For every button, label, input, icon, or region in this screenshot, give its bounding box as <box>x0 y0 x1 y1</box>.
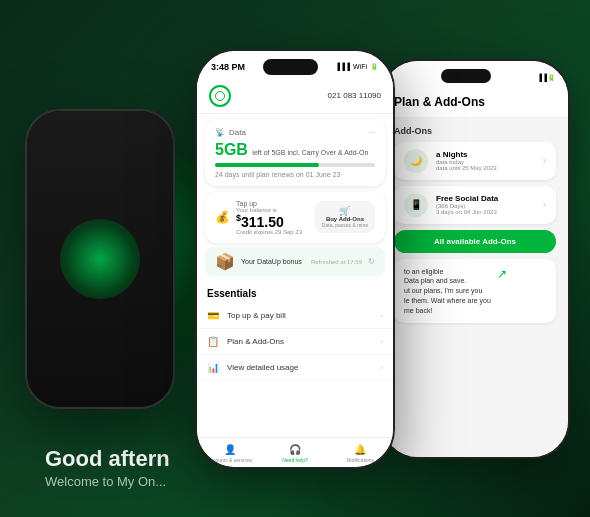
left-phone <box>25 109 175 409</box>
buy-addons-label: Buy Add-Ons <box>322 216 368 222</box>
dataup-icon: 📦 <box>215 252 235 271</box>
data-label: 📡 Data <box>215 128 246 137</box>
status-bar: 3:48 PM ▐▐▐ WiFi 🔋 <box>197 51 393 79</box>
refresh-text: Refreshed at 17:59 <box>311 259 362 265</box>
side-button <box>173 191 175 221</box>
menu-usage-label: View detailed usage <box>227 363 372 372</box>
nav-notifications[interactable]: 🔔 Notifications <box>328 444 393 463</box>
left-phone-screen <box>27 111 173 407</box>
refresh-icon: ↻ <box>368 257 375 266</box>
menu-item-plan[interactable]: 📋 Plan & Add-Ons › <box>197 329 393 355</box>
buy-addons-button[interactable]: 🛒 Buy Add-Ons Data, passes & mine <box>315 201 375 233</box>
balance-icon: 💰 <box>215 210 230 224</box>
menu-plan-label: Plan & Add-Ons <box>227 337 372 346</box>
social-arrow-icon: › <box>543 199 546 210</box>
wifi-icon: WiFi <box>353 63 367 70</box>
right-dynamic-island <box>441 69 491 83</box>
balance-amount: $311.50 <box>236 213 302 230</box>
right-status-bar: ▐▐🔋 <box>382 61 568 91</box>
status-icons: ▐▐▐ WiFi 🔋 <box>335 63 379 71</box>
data-progress-bar-fill <box>215 163 319 167</box>
notifications-label: Notifications <box>347 457 374 463</box>
social-name: Free Social Data <box>436 194 543 203</box>
nights-arrow-icon: › <box>543 155 546 166</box>
addon-card-nights[interactable]: 🌙 a Nights data today data until 25 May … <box>394 142 556 180</box>
nights-icon: 🌙 <box>404 149 428 173</box>
addons-section: Add-Ons 🌙 a Nights data today data until… <box>382 118 568 332</box>
balance-expiry: Credit expires 29 Sep 23 <box>236 229 302 235</box>
plan-icon: 📋 <box>207 336 219 347</box>
data-days: 24 days until plan renews on 01 June 23 <box>215 171 375 178</box>
social-info: Free Social Data (366 Days) 3 days on 04… <box>436 194 543 215</box>
data-description: left of 5GB incl. Carry Over & Add-On <box>252 149 368 156</box>
data-card-header: 📡 Data ··· <box>215 128 375 137</box>
dataup-banner[interactable]: 📦 Your DataUp bonus Refreshed at 17:59 ↻ <box>205 247 385 276</box>
nights-name: a Nights <box>436 150 543 159</box>
dataup-text: Your DataUp bonus <box>241 258 302 265</box>
help-icon: 🎧 <box>289 444 301 455</box>
usage-icon: 📊 <box>207 362 219 373</box>
right-status-icons: ▐▐🔋 <box>537 74 556 82</box>
buy-addons-sub: Data, passes & mine <box>322 222 368 228</box>
nights-detail2: data until 25 May 2023 <box>436 165 543 171</box>
nav-help[interactable]: 🎧 Need help? <box>262 444 327 463</box>
menu-item-usage[interactable]: 📊 View detailed usage › <box>197 355 393 381</box>
phone-number: 021 083 11090 <box>328 91 381 100</box>
help-label: Need help? <box>282 457 308 463</box>
topup-icon: 💳 <box>207 310 219 321</box>
bottom-nav: 👤 Accounts & services 🎧 Need help? 🔔 Not… <box>197 437 393 467</box>
greeting-text: Good aftern <box>45 446 170 472</box>
data-amount-row: 5GB left of 5GB incl. Carry Over & Add-O… <box>215 141 375 159</box>
vodafone-logo <box>215 91 225 101</box>
right-phone-screen: ▐▐🔋 Plan & Add-Ons Add-Ons 🌙 a Nights da… <box>382 61 568 457</box>
balance-left: 💰 Tap up Your balance is $311.50 Credit … <box>215 200 302 236</box>
nights-info: a Nights data today data until 25 May 20… <box>436 150 543 171</box>
data-progress-bar-bg <box>215 163 375 167</box>
right-phone: ▐▐🔋 Plan & Add-Ons Add-Ons 🌙 a Nights da… <box>380 59 570 459</box>
middle-phone-screen: 3:48 PM ▐▐▐ WiFi 🔋 021 083 11090 <box>197 51 393 467</box>
all-addons-button[interactable]: All available Add-Ons <box>394 230 556 253</box>
menu-topup-label: Top up & pay bill <box>227 311 372 320</box>
battery-icon: 🔋 <box>370 63 379 71</box>
orb-graphic <box>60 219 140 299</box>
vodafone-icon <box>209 85 231 107</box>
status-time: 3:48 PM <box>211 62 245 72</box>
screen-content: 021 083 11090 📡 Data ··· 5GB left of 5GB… <box>197 79 393 437</box>
right-header: Plan & Add-Ons <box>382 91 568 118</box>
balance-section: 💰 Tap up Your balance is $311.50 Credit … <box>205 192 385 244</box>
promo-text: to an eligible Data plan and save. ut ou… <box>404 267 491 316</box>
balance-info: Tap up Your balance is $311.50 Credit ex… <box>236 200 302 236</box>
data-amount: 5GB <box>215 141 248 158</box>
usage-arrow-icon: › <box>380 363 383 372</box>
right-promo: to an eligible Data plan and save. ut ou… <box>394 259 556 324</box>
topup-arrow-icon: › <box>380 311 383 320</box>
plan-arrow-icon: › <box>380 337 383 346</box>
phones-container: Good aftern Welcome to My On... 3:48 PM … <box>0 0 590 517</box>
addon-card-social[interactable]: 📱 Free Social Data (366 Days) 3 days on … <box>394 186 556 224</box>
data-card: 📡 Data ··· 5GB left of 5GB incl. Carry O… <box>205 120 385 186</box>
nav-accounts[interactable]: 👤 Accounts & services <box>197 444 262 463</box>
notifications-icon: 🔔 <box>354 444 366 455</box>
data-icon: 📡 <box>215 128 225 137</box>
addons-section-title: Add-Ons <box>394 126 556 136</box>
essentials-title: Essentials <box>197 280 393 303</box>
menu-item-topup[interactable]: 💳 Top up & pay bill › <box>197 303 393 329</box>
bottom-greeting: Good aftern Welcome to My On... <box>45 446 170 489</box>
buy-addons-icon: 🛒 <box>322 206 368 216</box>
data-menu-icon[interactable]: ··· <box>368 128 375 137</box>
accounts-label: Accounts & services <box>207 457 252 463</box>
accounts-icon: 👤 <box>224 444 236 455</box>
balance-title: Tap up Your balance is <box>236 200 302 213</box>
social-icon: 📱 <box>404 193 428 217</box>
promo-link-icon[interactable]: ↗ <box>497 267 507 281</box>
app-header: 021 083 11090 <box>197 79 393 114</box>
right-header-title: Plan & Add-Ons <box>394 95 556 109</box>
social-detail2: 3 days on 04 Jun 2023 <box>436 209 543 215</box>
middle-phone: 3:48 PM ▐▐▐ WiFi 🔋 021 083 11090 <box>195 49 395 469</box>
dynamic-island <box>263 59 318 75</box>
subtitle-text: Welcome to My On... <box>45 474 170 489</box>
signal-icon: ▐▐▐ <box>335 63 350 70</box>
